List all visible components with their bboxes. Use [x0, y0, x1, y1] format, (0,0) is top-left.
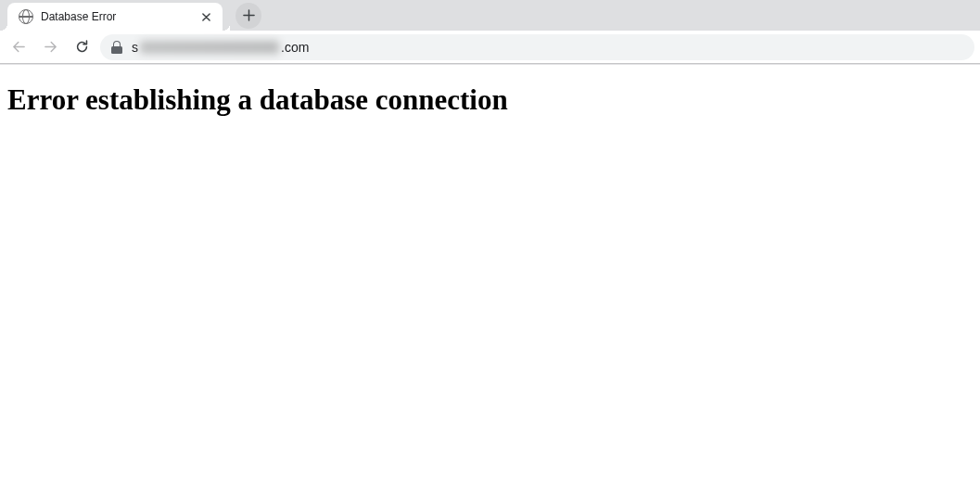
forward-button[interactable] [37, 34, 63, 60]
close-icon [202, 13, 210, 21]
url-text: s .com [132, 40, 309, 55]
globe-icon [19, 9, 33, 24]
error-heading: Error establishing a database connection [7, 83, 973, 117]
reload-button[interactable] [69, 34, 95, 60]
new-tab-button[interactable] [235, 3, 261, 29]
toolbar: s .com [0, 31, 980, 64]
tab-title: Database Error [41, 10, 191, 23]
page-viewport: Error establishing a database connection [0, 64, 980, 135]
url-visible-suffix: .com [281, 40, 309, 55]
plus-icon [243, 9, 255, 21]
arrow-left-icon [11, 39, 27, 55]
url-obscured-segment [140, 41, 279, 54]
arrow-right-icon [43, 39, 58, 55]
close-tab-button[interactable] [198, 9, 213, 24]
address-bar[interactable]: s .com [100, 34, 974, 60]
lock-icon [111, 41, 122, 54]
tab-strip: Database Error [0, 0, 980, 31]
reload-icon [74, 39, 90, 55]
back-button[interactable] [6, 34, 32, 60]
active-tab[interactable]: Database Error [7, 3, 223, 31]
url-first-char: s [132, 40, 138, 55]
